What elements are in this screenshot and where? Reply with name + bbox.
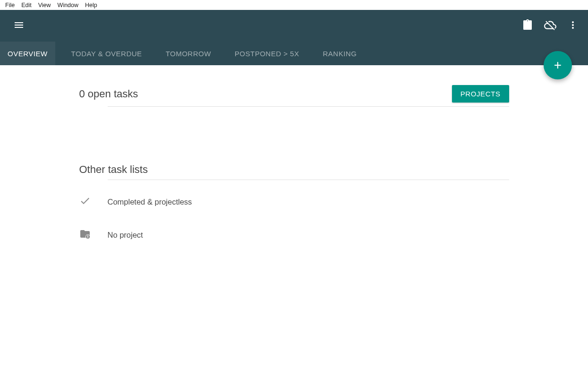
scroll-area[interactable]: OVERVIEW TODAY & OVERDUE TOMORROW POSTPO…: [0, 10, 588, 378]
svg-rect-4: [87, 238, 88, 239]
os-menu-help[interactable]: Help: [82, 1, 101, 9]
more-vert-icon: [567, 19, 579, 33]
check-icon: [79, 195, 91, 208]
list-item-label: No project: [108, 231, 143, 240]
plus-icon: +: [554, 58, 562, 73]
cloud-off-button[interactable]: [539, 15, 562, 37]
os-menu-file[interactable]: File: [2, 1, 18, 9]
os-menu-edit[interactable]: Edit: [18, 1, 35, 9]
divider: [108, 106, 509, 107]
app-header: OVERVIEW TODAY & OVERDUE TOMORROW POSTPO…: [0, 10, 588, 65]
tab-ranking[interactable]: RANKING: [315, 42, 364, 65]
os-menu-view[interactable]: View: [35, 1, 54, 9]
svg-rect-3: [87, 235, 88, 237]
clipboard-button[interactable]: [516, 15, 539, 37]
other-task-lists-heading: Other task lists: [79, 163, 509, 176]
list-item-label: Completed & projectless: [108, 198, 192, 206]
tabs: OVERVIEW TODAY & OVERDUE TOMORROW POSTPO…: [0, 42, 588, 65]
list-item-completed[interactable]: Completed & projectless: [79, 189, 509, 214]
projects-button[interactable]: PROJECTS: [452, 85, 509, 103]
divider: [108, 180, 509, 180]
list-item-no-project[interactable]: No project: [79, 223, 509, 247]
cloud-off-icon: [544, 19, 556, 33]
tab-today-overdue[interactable]: TODAY & OVERDUE: [64, 42, 150, 65]
menu-button[interactable]: [8, 15, 30, 37]
tab-postponed[interactable]: POSTPONED > 5X: [227, 42, 307, 65]
folder-alert-icon: [79, 228, 91, 241]
clipboard-icon: [522, 19, 533, 33]
main-content: 0 open tasks PROJECTS Other task lists: [79, 65, 509, 247]
os-menu-bar: File Edit View Window Help: [0, 0, 588, 10]
os-menu-window[interactable]: Window: [54, 1, 82, 9]
tab-tomorrow[interactable]: TOMORROW: [158, 42, 219, 65]
open-tasks-heading: 0 open tasks: [79, 88, 138, 100]
hamburger-icon: [13, 19, 25, 33]
more-button[interactable]: [562, 15, 584, 37]
tab-overview[interactable]: OVERVIEW: [0, 42, 55, 65]
add-fab[interactable]: +: [544, 51, 572, 79]
